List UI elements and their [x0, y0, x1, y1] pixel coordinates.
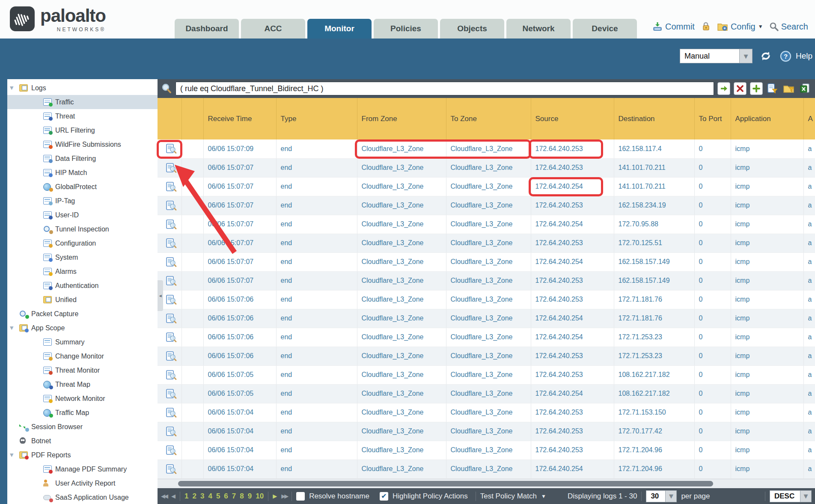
log-detail-cell[interactable] — [158, 403, 181, 422]
log-row[interactable]: 06/06 15:07:07 end Cloudflare_L3_Zone Cl… — [158, 252, 815, 271]
tab[interactable]: Dashboard — [175, 19, 239, 39]
page-number[interactable]: 7 — [232, 492, 236, 501]
sidebar-item[interactable]: Threat — [7, 109, 158, 123]
sidebar-item[interactable]: PDF Reports — [7, 448, 158, 462]
refresh-interval-select[interactable]: Manual ▼ — [680, 49, 753, 63]
log-row[interactable]: 06/06 15:07:07 end Cloudflare_L3_Zone Cl… — [158, 196, 815, 215]
log-detail-cell[interactable] — [158, 234, 181, 252]
log-row[interactable]: 06/06 15:07:06 end Cloudflare_L3_Zone Cl… — [158, 309, 815, 328]
resolve-hostname-checkbox[interactable] — [296, 492, 305, 501]
column-header[interactable]: Source — [531, 98, 614, 139]
column-header[interactable]: To Port — [694, 98, 731, 139]
log-detail-icon[interactable] — [166, 163, 177, 173]
refresh-interval-caret-icon[interactable]: ▼ — [740, 49, 753, 63]
first-page-button[interactable]: ◀◀ — [161, 493, 167, 499]
log-detail-icon[interactable] — [166, 219, 177, 229]
tab[interactable]: Device — [573, 19, 637, 39]
log-detail-cell[interactable] — [158, 460, 181, 478]
filter-builder-button[interactable] — [766, 82, 779, 95]
log-detail-icon[interactable] — [166, 427, 177, 436]
sidebar-item[interactable]: Tunnel Inspection — [7, 222, 158, 236]
page-number[interactable]: 10 — [256, 492, 264, 501]
sidebar-item[interactable]: User Activity Report — [7, 476, 158, 490]
log-detail-icon[interactable] — [166, 332, 177, 342]
help-icon[interactable]: ? — [780, 50, 791, 62]
log-row[interactable]: 06/06 15:07:04 end Cloudflare_L3_Zone Cl… — [158, 460, 815, 478]
sidebar-item[interactable]: HIP Match — [7, 166, 158, 180]
sidebar-item[interactable]: Session Browser — [7, 420, 158, 434]
log-detail-icon[interactable] — [166, 295, 177, 305]
expander-icon[interactable] — [10, 85, 19, 91]
column-header[interactable]: Destination — [614, 98, 694, 139]
log-row[interactable]: 06/06 15:07:04 end Cloudflare_L3_Zone Cl… — [158, 422, 815, 441]
tab[interactable]: Objects — [440, 19, 504, 39]
sidebar-item[interactable]: Summary — [7, 335, 158, 349]
refresh-icon[interactable] — [759, 50, 772, 62]
log-detail-cell[interactable] — [158, 328, 181, 347]
log-row[interactable]: 06/06 15:07:07 end Cloudflare_L3_Zone Cl… — [158, 177, 815, 196]
sidebar-item[interactable]: Manage PDF Summary — [7, 462, 158, 476]
sidebar-item[interactable]: Authentication — [7, 279, 158, 293]
sidebar-item[interactable]: Threat Monitor — [7, 363, 158, 377]
sort-order-select[interactable]: DESC ▼ — [770, 490, 812, 502]
sidebar-item[interactable]: Packet Capture — [7, 307, 158, 321]
log-row[interactable]: 06/06 15:07:06 end Cloudflare_L3_Zone Cl… — [158, 290, 815, 309]
log-row[interactable]: 06/06 15:07:07 end Cloudflare_L3_Zone Cl… — [158, 234, 815, 252]
log-detail-cell[interactable] — [158, 309, 181, 328]
expander-icon[interactable] — [10, 325, 19, 331]
clear-filter-button[interactable] — [734, 82, 747, 95]
log-row[interactable]: 06/06 15:07:04 end Cloudflare_L3_Zone Cl… — [158, 441, 815, 460]
column-header[interactable]: Receive Time — [203, 98, 276, 139]
sidebar-item[interactable]: User-ID — [7, 208, 158, 222]
log-detail-cell[interactable] — [158, 215, 181, 234]
sidebar-item[interactable]: Data Filtering — [7, 151, 158, 166]
column-header[interactable]: To Zone — [446, 98, 531, 139]
sidebar-item[interactable]: Configuration — [7, 236, 158, 250]
page-number[interactable]: 3 — [200, 492, 204, 501]
column-header[interactable]: From Zone — [357, 98, 446, 139]
log-detail-cell[interactable] — [158, 384, 181, 403]
sidebar-item[interactable]: Logs — [7, 81, 158, 95]
scrollbar-thumb[interactable] — [178, 481, 713, 486]
page-number[interactable]: 6 — [224, 492, 228, 501]
sidebar-item[interactable]: Alarms — [7, 264, 158, 279]
log-detail-cell[interactable] — [158, 365, 181, 384]
commit-button[interactable]: Commit — [652, 21, 695, 32]
log-detail-icon[interactable] — [166, 370, 177, 380]
log-detail-icon[interactable] — [166, 445, 177, 455]
log-row[interactable]: 06/06 15:07:07 end Cloudflare_L3_Zone Cl… — [158, 158, 815, 177]
sort-order-caret-icon[interactable]: ▼ — [800, 490, 812, 502]
config-button[interactable]: Config ▼ — [717, 21, 763, 32]
filter-query-input[interactable] — [175, 82, 714, 95]
log-row[interactable]: 06/06 15:07:06 end Cloudflare_L3_Zone Cl… — [158, 347, 815, 365]
log-detail-icon[interactable] — [166, 182, 177, 192]
log-row[interactable]: 06/06 15:07:05 end Cloudflare_L3_Zone Cl… — [158, 384, 815, 403]
log-detail-icon[interactable] — [166, 351, 177, 361]
log-detail-cell[interactable] — [158, 196, 181, 215]
lock-icon[interactable] — [701, 21, 711, 32]
last-page-button[interactable]: ▶▶ — [281, 493, 287, 499]
tab[interactable]: Monitor — [307, 19, 372, 39]
sidebar-item[interactable]: Botnet — [7, 434, 158, 448]
log-detail-cell[interactable] — [158, 139, 181, 158]
sidebar-item[interactable]: WildFire Submissions — [7, 137, 158, 151]
sidebar-collapse-handle[interactable]: ◀ — [158, 280, 163, 311]
sidebar-item[interactable]: Unified — [7, 293, 158, 307]
per-page-caret-icon[interactable]: ▼ — [666, 490, 677, 502]
help-label[interactable]: Help — [796, 51, 812, 61]
sidebar-item[interactable]: IP-Tag — [7, 194, 158, 208]
log-row[interactable]: 06/06 15:07:07 end Cloudflare_L3_Zone Cl… — [158, 215, 815, 234]
log-detail-icon[interactable] — [166, 314, 177, 323]
log-detail-icon[interactable] — [166, 257, 177, 267]
log-row[interactable]: 06/06 15:07:07 end Cloudflare_L3_Zone Cl… — [158, 271, 815, 290]
column-header[interactable] — [181, 98, 203, 139]
log-detail-icon[interactable] — [166, 408, 177, 418]
horizontal-scrollbar[interactable] — [158, 479, 815, 488]
tab[interactable]: ACC — [241, 19, 305, 39]
sidebar-item[interactable]: SaaS Application Usage — [7, 490, 158, 504]
log-detail-cell[interactable] — [158, 347, 181, 365]
highlight-policy-checkbox[interactable] — [380, 492, 388, 501]
sidebar-item[interactable]: Network Monitor — [7, 391, 158, 406]
column-header[interactable]: Type — [276, 98, 357, 139]
sidebar-item[interactable]: Change Monitor — [7, 349, 158, 363]
